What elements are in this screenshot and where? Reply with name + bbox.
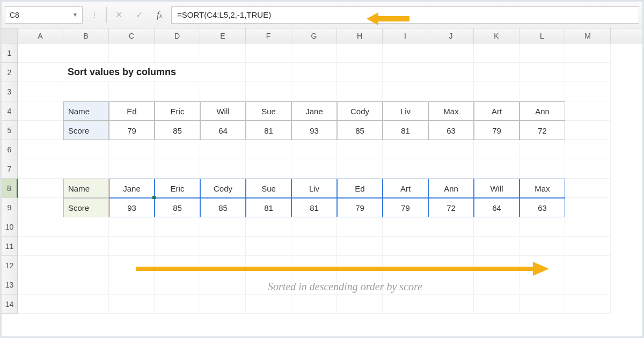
table2-score[interactable]: 72 [428,198,474,217]
row-header[interactable]: 3 [2,82,18,101]
table1-name[interactable]: Liv [383,101,428,121]
cell[interactable] [63,275,109,295]
cell[interactable] [565,43,611,63]
table2-score[interactable]: 93 [109,198,155,217]
cell[interactable] [337,43,383,63]
cell[interactable] [246,217,291,237]
cell[interactable] [246,82,291,101]
cell[interactable] [18,179,63,198]
cell[interactable] [109,237,155,256]
cell[interactable] [291,63,337,82]
row-header[interactable]: 7 [2,159,18,179]
col-header[interactable]: F [246,28,291,43]
table1-score[interactable]: 93 [291,121,337,140]
table1-label-name[interactable]: Name [63,101,109,121]
col-header[interactable]: J [428,28,474,43]
cell[interactable] [474,82,519,101]
cell[interactable] [383,82,428,101]
cell[interactable] [109,43,155,63]
table1-score[interactable]: 64 [200,121,246,140]
table1-name[interactable]: Ann [519,101,565,121]
cell[interactable] [18,101,63,121]
cell[interactable] [383,159,428,179]
fx-icon[interactable]: fx [151,6,168,24]
cell[interactable] [337,237,383,256]
cell[interactable] [519,159,565,179]
table1-score[interactable]: 79 [109,121,155,140]
row-header[interactable]: 2 [2,63,18,82]
cell[interactable] [155,140,200,159]
col-header[interactable]: K [474,28,519,43]
cell[interactable] [428,82,474,101]
cell[interactable] [18,198,63,217]
table2-name[interactable]: Max [519,179,565,198]
cell[interactable] [109,140,155,159]
cell[interactable] [155,43,200,63]
cell[interactable] [63,256,109,275]
cell[interactable] [519,275,565,295]
table2-label-score[interactable]: Score [63,198,109,217]
table2-name[interactable]: Eric [155,179,200,198]
col-header[interactable]: M [565,28,611,43]
cell[interactable] [18,256,63,275]
table1-name[interactable]: Cody [337,101,383,121]
cell[interactable] [246,43,291,63]
row-header[interactable]: 1 [2,43,18,63]
cell[interactable] [519,82,565,101]
cell[interactable] [18,82,63,101]
table1-name[interactable]: Art [474,101,519,121]
cell[interactable] [246,140,291,159]
cell[interactable] [155,217,200,237]
cell[interactable] [18,237,63,256]
cell[interactable] [200,82,246,101]
cell[interactable] [474,140,519,159]
row-header[interactable]: 10 [2,217,18,237]
cell[interactable] [519,63,565,82]
cell[interactable] [565,159,611,179]
cell[interactable] [383,63,428,82]
cell[interactable] [63,295,109,314]
cell[interactable] [246,159,291,179]
cell[interactable] [109,159,155,179]
cell[interactable] [155,237,200,256]
col-header[interactable]: C [109,28,155,43]
table1-name[interactable]: Ed [109,101,155,121]
table2-score[interactable]: 79 [383,198,428,217]
col-header[interactable]: H [337,28,383,43]
col-header[interactable]: B [63,28,109,43]
table1-score[interactable]: 85 [337,121,383,140]
row-header[interactable]: 8 [2,179,18,198]
cell[interactable] [337,295,383,314]
cell[interactable] [474,295,519,314]
cell[interactable] [18,159,63,179]
cell[interactable] [337,63,383,82]
cell[interactable] [291,43,337,63]
cell[interactable] [109,217,155,237]
cancel-icon[interactable]: ✕ [110,6,127,24]
cell[interactable] [155,159,200,179]
cell[interactable] [200,237,246,256]
table2-name[interactable]: Will [474,179,519,198]
cell[interactable] [63,237,109,256]
table1-name[interactable]: Max [428,101,474,121]
table2-score[interactable]: 79 [337,198,383,217]
cell[interactable] [109,82,155,101]
cell[interactable] [519,237,565,256]
col-header[interactable]: G [291,28,337,43]
cell[interactable] [63,140,109,159]
row-header[interactable]: 6 [2,140,18,159]
cell[interactable] [155,295,200,314]
cell[interactable] [428,140,474,159]
accept-icon[interactable]: ✓ [130,6,148,24]
table1-name[interactable]: Sue [246,101,291,121]
table2-score[interactable]: 64 [474,198,519,217]
cell[interactable] [200,217,246,237]
col-header[interactable]: I [383,28,428,43]
table1-score[interactable]: 81 [383,121,428,140]
table1-name[interactable]: Will [200,101,246,121]
cell[interactable] [565,179,611,198]
cell[interactable] [200,140,246,159]
cell[interactable] [565,63,611,82]
cell[interactable] [474,217,519,237]
more-icon[interactable]: ⋮ [86,6,103,24]
